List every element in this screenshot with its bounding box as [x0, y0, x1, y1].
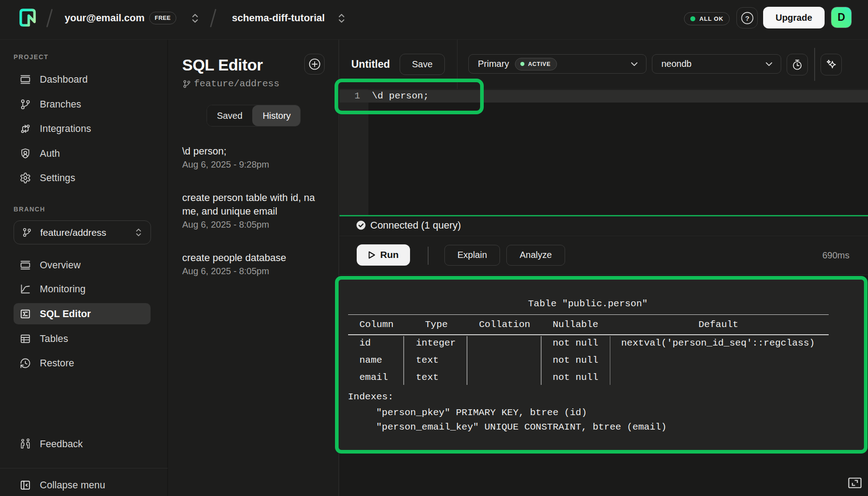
svg-text:?: ? — [745, 14, 749, 22]
